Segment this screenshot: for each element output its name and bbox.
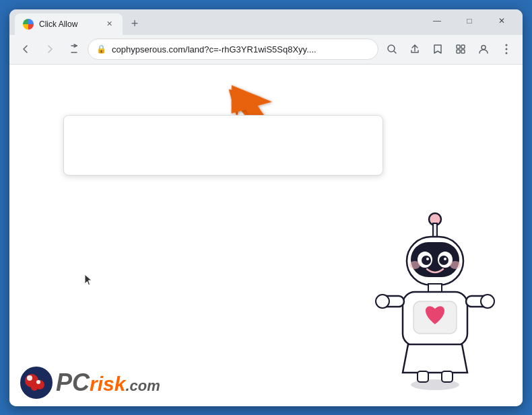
- tab-favicon: [23, 19, 34, 30]
- robot-image: [368, 204, 502, 393]
- search-icon-button[interactable]: [381, 38, 403, 60]
- back-button[interactable]: [15, 38, 36, 60]
- profile-icon-button[interactable]: [473, 38, 494, 60]
- notification-box: [63, 115, 383, 176]
- svg-point-23: [426, 258, 429, 260]
- tab-title: Click Allow: [39, 20, 98, 29]
- svg-rect-36: [442, 371, 453, 382]
- svg-rect-8: [457, 50, 460, 53]
- svg-point-26: [450, 261, 461, 269]
- svg-point-13: [506, 52, 508, 54]
- active-tab[interactable]: Click Allow ✕: [15, 13, 123, 35]
- svg-rect-7: [461, 45, 465, 48]
- forward-button[interactable]: [39, 38, 61, 60]
- menu-icon-button[interactable]: [496, 38, 517, 60]
- browser-window: Click Allow ✕ + — □ ✕ 🔒 cophypserous.com…: [9, 9, 523, 406]
- pcrisk-logo: PC risk .com: [20, 366, 160, 400]
- mouse-cursor: [84, 273, 96, 291]
- svg-point-25: [409, 261, 420, 269]
- lock-icon: 🔒: [96, 44, 106, 54]
- pcrisk-icon: [20, 366, 53, 400]
- svg-point-41: [27, 375, 32, 381]
- svg-rect-6: [457, 45, 460, 48]
- address-bar[interactable]: 🔒 cophypserous.com/land?c=-rhG3YR1wiS5Sq…: [88, 38, 378, 60]
- svg-point-42: [36, 380, 40, 384]
- svg-line-5: [394, 51, 396, 53]
- svg-point-32: [376, 295, 389, 308]
- svg-point-22: [439, 256, 448, 265]
- url-text: cophypserous.com/land?c=-rhG3YR1wiS5Sq8X…: [112, 44, 370, 54]
- window-controls: — □ ✕: [422, 10, 517, 34]
- pcrisk-dotcom-text: .com: [125, 377, 160, 395]
- title-bar: Click Allow ✕ + — □ ✕: [9, 9, 523, 35]
- pcrisk-text-container: PC risk .com: [56, 369, 160, 397]
- svg-rect-9: [461, 50, 465, 53]
- tab-area: Click Allow ✕ +: [15, 9, 422, 35]
- bookmark-icon-button[interactable]: [427, 38, 448, 60]
- toolbar: 🔒 cophypserous.com/land?c=-rhG3YR1wiS5Sq…: [9, 35, 523, 65]
- close-button[interactable]: ✕: [486, 10, 517, 32]
- svg-point-33: [481, 295, 494, 308]
- pcrisk-pc-text: PC: [56, 369, 90, 397]
- extensions-icon-button[interactable]: [450, 38, 471, 60]
- svg-point-11: [506, 44, 508, 46]
- svg-rect-35: [418, 371, 428, 382]
- svg-point-21: [422, 256, 431, 265]
- svg-point-24: [444, 258, 446, 260]
- pcrisk-risk-text: risk: [90, 373, 125, 395]
- minimize-button[interactable]: —: [422, 10, 453, 32]
- svg-rect-16: [433, 223, 437, 238]
- maximize-button[interactable]: □: [454, 10, 485, 32]
- svg-point-12: [506, 48, 508, 50]
- page-content: PC risk .com: [9, 65, 523, 406]
- toolbar-icons: [381, 38, 517, 60]
- reload-button[interactable]: [63, 38, 85, 60]
- svg-point-40: [31, 384, 38, 391]
- tab-close-button[interactable]: ✕: [104, 19, 114, 30]
- new-tab-button[interactable]: +: [125, 15, 144, 34]
- svg-point-10: [481, 46, 486, 50]
- share-icon-button[interactable]: [404, 38, 426, 60]
